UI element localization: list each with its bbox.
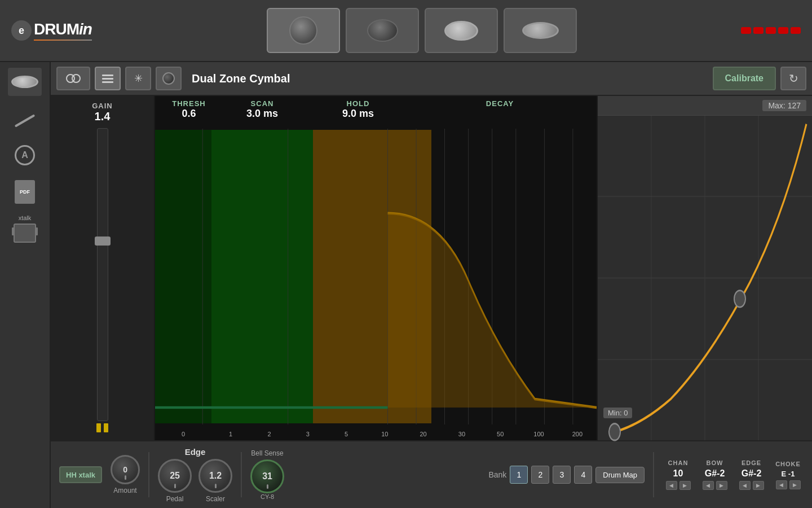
thresh-value: 0.6 [182,108,196,120]
edge-section-label: Edge [185,447,206,457]
bow-arrow-right[interactable]: ▶ [716,481,727,490]
chan-title: CHAN [668,459,689,466]
chan-arrow-left[interactable]: ◀ [666,481,677,490]
menu-line-2 [102,78,113,80]
gain-label: GAIN [92,102,113,110]
axis-100: 100 [519,431,558,437]
hh-xtalk-label: HH xtalk [66,471,95,479]
scan-section: SCAN 3.0 ms [217,99,307,120]
bank-label: Bank [488,470,506,479]
snowflake-button[interactable]: ✳ [125,67,151,90]
vel-header: Max: 127 [598,96,812,116]
axis-5: 5 [327,431,365,437]
chip-icon [14,224,36,243]
bow-section: BOW G#-2 ◀ ▶ [699,459,730,490]
choke-arrow-right[interactable]: ▶ [789,480,801,489]
divider-2 [241,452,242,497]
amount-value: 0 [123,465,127,474]
gain-value: 1.4 [95,110,111,123]
menu-icon [102,75,113,83]
drum-button-hihat[interactable] [267,8,340,53]
menu-button[interactable] [95,67,121,90]
vel-max-label: Max: 127 [762,100,806,111]
gain-ticks [96,423,108,432]
logo-in-text: in [79,20,92,38]
amount-knob[interactable]: 0 [111,455,140,484]
bell-knob[interactable]: 31 [250,459,284,493]
decay-section: DECAY [409,99,591,108]
gain-slider[interactable] [97,128,108,421]
choke-title: CHOKE [775,461,801,467]
hh-xtalk-button[interactable]: HH xtalk [59,466,102,483]
bank-section: Bank 1 2 3 4 Drum Map [488,466,645,484]
edge-arrows: ◀ ▶ [739,481,764,490]
bell-value: 31 [262,471,272,481]
menu-line-3 [102,81,113,83]
chan-arrow-right[interactable]: ▶ [679,481,691,490]
edge-section: Edge 25 Pedal 1.2 Scaler [158,447,232,503]
pdf-icon [15,180,35,204]
midi-mapping-section: CHAN 10 ◀ ▶ BOW G#-2 ◀ ▶ EDGE [663,459,804,490]
drum-button-snare[interactable] [425,8,498,53]
sidebar-item-stick[interactable] [8,104,42,133]
bank-button-4[interactable]: 4 [574,466,592,484]
gain-tick-1 [96,423,101,432]
amount-knob-section: 0 Amount [111,455,140,494]
ball-icon [162,72,175,85]
thresh-label: THRESH [172,99,205,108]
divider-3 [653,452,654,497]
tom-pad-icon [522,22,559,39]
chan-arrows: ◀ ▶ [666,481,691,490]
logo-drum-text: DRUM [34,20,79,38]
refresh-button[interactable]: ↻ [780,67,806,90]
sidebar-item-snare[interactable] [8,68,42,96]
envelope-section: THRESH 0.6 SCAN 3.0 ms HOLD 9.0 ms DECAY [155,96,598,440]
axis-3: 3 [289,431,327,437]
drum-button-cymbal[interactable] [346,8,419,53]
led-2 [753,27,764,34]
sidebar-item-xtalk[interactable]: xtalk [8,214,42,243]
logo-underline [34,40,92,41]
axis-200: 200 [558,431,597,437]
menu-line-1 [102,75,113,76]
bank-button-1[interactable]: 1 [510,466,528,484]
chan-value: 10 [673,468,683,479]
bow-title: BOW [707,459,723,466]
bank-button-3[interactable]: 3 [553,466,571,484]
edge-note-value: G#-2 [742,468,762,479]
bow-arrow-left[interactable]: ◀ [703,481,714,490]
pedal-knob[interactable]: 25 [158,459,192,493]
drum-button-tom[interactable] [504,8,577,53]
control-bar: ✳ Dual Zone Cymbal Calibrate ↻ [51,62,812,96]
calibrate-button[interactable]: Calibrate [713,67,776,90]
axis-10: 10 [365,431,404,437]
bow-arrows: ◀ ▶ [703,481,727,490]
hold-section: HOLD 9.0 ms [307,99,409,120]
drum-buttons [114,8,730,53]
choke-arrow-left[interactable]: ◀ [776,480,787,489]
ball-button[interactable] [156,67,182,90]
stick-icon [15,114,36,127]
pedal-knob-section: 25 Pedal [158,459,192,503]
overlap-button[interactable] [56,67,90,90]
autosetup-icon: A [15,145,35,165]
axis-2: 2 [250,431,288,437]
axis-30: 30 [443,431,481,437]
hold-label: HOLD [347,99,370,108]
bank-button-2[interactable]: 2 [531,466,549,484]
choke-section: CHOKE E -1 ◀ ▶ [773,461,804,489]
pedal-value: 25 [170,471,180,481]
sidebar-item-autosetup[interactable]: A [8,141,42,169]
bow-value: G#-2 [705,468,725,479]
edge-arrow-right[interactable]: ▶ [753,481,764,490]
scaler-value: 1.2 [209,471,222,481]
amount-label: Amount [113,487,136,494]
edge-arrow-left[interactable]: ◀ [739,481,751,490]
scaler-label: Scaler [206,495,225,503]
scaler-knob[interactable]: 1.2 [198,459,232,493]
xtalk-sidebar-label: xtalk [19,214,32,221]
drum-map-button[interactable]: Drum Map [595,467,645,483]
led-5 [791,27,801,34]
sidebar-item-pdf[interactable] [8,178,42,206]
cymbal-pad-icon [367,19,398,42]
